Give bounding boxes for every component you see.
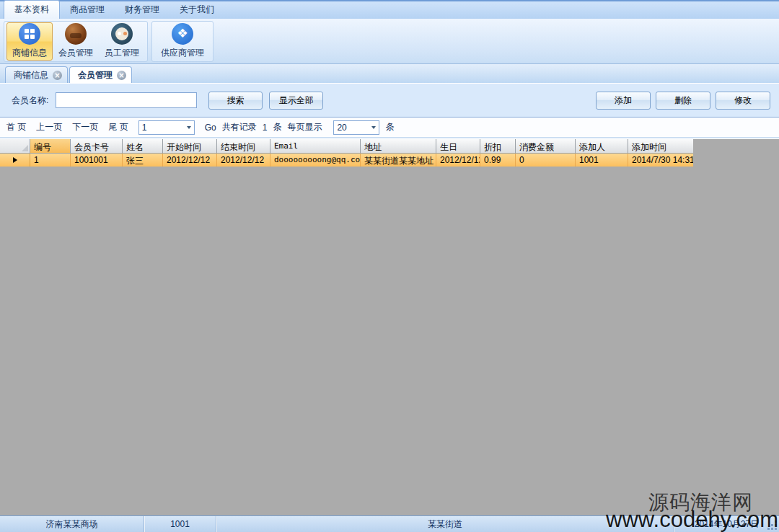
menu-tab-about-us[interactable]: 关于我们 (170, 1, 224, 19)
shop-grid-icon (19, 23, 40, 45)
next-page-link[interactable]: 下一页 (72, 121, 98, 133)
column-header-email[interactable]: Email (270, 139, 361, 154)
staff-icon (111, 23, 133, 45)
staff-mgmt-button[interactable]: 员工管理 (99, 22, 145, 61)
add-button[interactable]: 添加 (596, 92, 651, 110)
cell-end-time[interactable]: 2012/12/12 (217, 154, 270, 167)
crud-button-group: 添加 删除 修改 (596, 92, 770, 110)
column-header-name[interactable]: 姓名 (123, 139, 163, 154)
column-header-added-time[interactable]: 添加时间 (628, 139, 693, 154)
column-header-address[interactable]: 地址 (361, 139, 436, 154)
per-page-select[interactable]: 20 (333, 120, 379, 135)
app-window: 基本资料 商品管理 财务管理 关于我们 商铺信息 会员管理 员工管理 供应商管理 (0, 0, 779, 532)
cell-name[interactable]: 张三 (123, 154, 163, 167)
cell-email[interactable]: dooooooooong@qq.com (270, 154, 361, 167)
member-data-grid: 编号 会员卡号 姓名 开始时间 结束时间 Email 地址 生日 折扣 消费金额… (0, 139, 693, 167)
shop-info-label: 商铺信息 (12, 47, 47, 59)
tab-shop-info[interactable]: 商铺信息 × (5, 66, 68, 83)
supplier-mgmt-label: 供应商管理 (161, 47, 204, 59)
modify-button[interactable]: 修改 (716, 92, 770, 110)
records-count: 1 (263, 123, 268, 133)
ribbon-group-basic: 商铺信息 会员管理 员工管理 (4, 21, 148, 62)
supplier-icon (172, 23, 193, 45)
column-header-birthday[interactable]: 生日 (436, 139, 480, 154)
staff-mgmt-label: 员工管理 (105, 47, 139, 59)
ribbon-toolbar: 商铺信息 会员管理 员工管理 供应商管理 (0, 19, 779, 64)
grid-header-row: 编号 会员卡号 姓名 开始时间 结束时间 Email 地址 生日 折扣 消费金额… (0, 139, 693, 154)
ribbon-group-supplier: 供应商管理 (151, 21, 214, 62)
close-icon[interactable]: × (117, 71, 126, 80)
column-header-spend-amount[interactable]: 消费金额 (516, 139, 576, 154)
member-icon (65, 23, 87, 45)
current-row-arrow-icon (13, 157, 17, 163)
row-selector-cell[interactable] (0, 154, 30, 167)
tab-shop-info-label: 商铺信息 (14, 69, 48, 81)
supplier-mgmt-button[interactable]: 供应商管理 (154, 22, 211, 61)
cell-added-time[interactable]: 2014/7/30 14:31 (628, 154, 693, 167)
cell-card-no[interactable]: 1001001 (71, 154, 123, 167)
cell-id[interactable]: 1 (30, 154, 71, 167)
records-unit: 条 (273, 121, 281, 133)
shop-info-button[interactable]: 商铺信息 (6, 22, 53, 61)
cell-address[interactable]: 某某街道某某地址 (361, 154, 436, 167)
menu-tab-basic-data[interactable]: 基本资料 (4, 0, 60, 19)
page-number-value: 1 (142, 123, 147, 133)
cell-added-by[interactable]: 1001 (576, 154, 628, 167)
per-page-label: 每页显示 (287, 121, 322, 133)
document-tab-strip: 商铺信息 × 会员管理 × (0, 64, 779, 83)
status-bar: 济南某某商场 1001 某某街道 2014年10月27日 (0, 515, 779, 532)
menu-tab-product-mgmt[interactable]: 商品管理 (60, 1, 115, 19)
member-name-label: 会员名称: (12, 94, 48, 107)
page-number-select[interactable]: 1 (138, 120, 195, 135)
prev-page-link[interactable]: 上一页 (36, 121, 62, 133)
delete-button[interactable]: 删除 (656, 92, 710, 110)
last-page-link[interactable]: 尾 页 (108, 121, 128, 133)
grid-corner-cell[interactable] (0, 139, 30, 154)
per-page-value: 20 (337, 123, 346, 133)
table-row: 1 1001001 张三 2012/12/12 2012/12/12 doooo… (0, 154, 693, 167)
column-header-id[interactable]: 编号 (30, 139, 71, 154)
show-all-button[interactable]: 显示全部 (269, 92, 323, 110)
search-button[interactable]: 搜索 (208, 92, 263, 110)
member-name-input[interactable] (56, 92, 197, 108)
menu-tab-finance-mgmt[interactable]: 财务管理 (115, 1, 170, 19)
status-panel-date: 2014年10月27日 (674, 516, 779, 532)
chevron-down-icon (187, 126, 191, 129)
cell-birthday[interactable]: 2012/12/12 (436, 154, 480, 167)
cell-start-time[interactable]: 2012/12/12 (163, 154, 217, 167)
cell-spend-amount[interactable]: 0 (516, 154, 576, 167)
menubar: 基本资料 商品管理 财务管理 关于我们 (0, 0, 779, 19)
member-mgmt-label: 会员管理 (58, 47, 93, 59)
close-icon[interactable]: × (53, 71, 62, 80)
resize-grip[interactable] (775, 528, 777, 530)
first-page-link[interactable]: 首 页 (6, 121, 26, 133)
column-header-end-time[interactable]: 结束时间 (217, 139, 270, 154)
status-panel-address: 某某街道 (216, 516, 674, 532)
go-link[interactable]: Go (205, 123, 216, 133)
search-panel: 会员名称: 搜索 显示全部 添加 删除 修改 (0, 83, 779, 118)
status-panel-shop-name: 济南某某商场 (0, 516, 144, 532)
pagination-bar: 首 页 上一页 下一页 尾 页 1 Go 共有记录 1 条 每页显示 20 条 (0, 118, 779, 138)
tab-member-mgmt[interactable]: 会员管理 × (69, 66, 132, 83)
tab-member-mgmt-label: 会员管理 (78, 69, 113, 81)
column-header-added-by[interactable]: 添加人 (576, 139, 628, 154)
status-panel-operator-id: 1001 (144, 516, 216, 532)
column-header-start-time[interactable]: 开始时间 (163, 139, 217, 154)
per-page-unit: 条 (385, 121, 394, 133)
records-label: 共有记录 (222, 121, 257, 133)
grid-workspace: 编号 会员卡号 姓名 开始时间 结束时间 Email 地址 生日 折扣 消费金额… (0, 138, 779, 515)
member-mgmt-button[interactable]: 会员管理 (53, 22, 99, 61)
chevron-down-icon (371, 126, 376, 129)
column-header-card-no[interactable]: 会员卡号 (71, 139, 123, 154)
cell-discount[interactable]: 0.99 (480, 154, 516, 167)
column-header-discount[interactable]: 折扣 (480, 139, 516, 154)
